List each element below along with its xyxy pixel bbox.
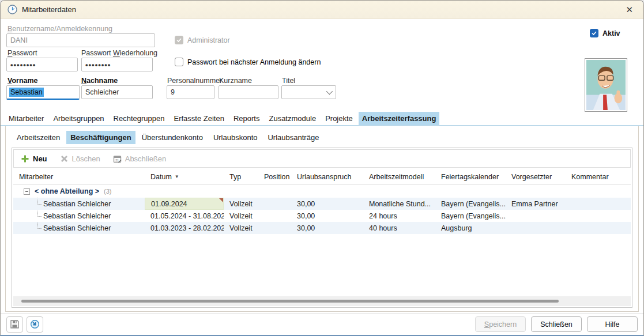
toolbar: Neu Löschen 31 Abschließen xyxy=(13,149,631,168)
help-button[interactable]: Hilfe xyxy=(587,316,638,332)
col-feiertagskalender[interactable]: Feiertagskalender xyxy=(435,173,506,181)
col-position[interactable]: Position xyxy=(258,173,291,181)
password-input[interactable] xyxy=(6,58,78,71)
lastname-label: Nachname xyxy=(81,77,118,85)
save-button[interactable]: Speichern xyxy=(475,316,526,332)
new-button[interactable]: Neu xyxy=(21,154,47,163)
col-typ[interactable]: Typ xyxy=(224,173,258,181)
subtab-beschaeftigungen[interactable]: Beschäftigungen xyxy=(66,131,135,144)
save-file-button[interactable] xyxy=(6,316,23,333)
active-checkbox[interactable]: Aktiv xyxy=(590,29,620,37)
table-row[interactable]: Sebastian Schleicher 01.09.2024 Vollzeit… xyxy=(13,198,631,210)
shortname-label: Kurzname xyxy=(219,77,252,85)
employee-photo xyxy=(585,58,627,112)
delete-button[interactable]: Löschen xyxy=(60,154,100,163)
employments-table: Mitarbeiter Datum ▼ Typ Position Urlaubs… xyxy=(13,169,631,234)
close-button[interactable]: Schließen xyxy=(531,316,582,332)
scrollbar-thumb[interactable] xyxy=(21,300,559,303)
table-header-row: Mitarbeiter Datum ▼ Typ Position Urlaubs… xyxy=(13,169,631,185)
col-arbeitszeitmodell[interactable]: Arbeitszeitmodell xyxy=(363,173,435,181)
subtab-urlaubsantraege[interactable]: Urlaubsanträge xyxy=(263,131,323,144)
active-label: Aktiv xyxy=(602,29,620,37)
sort-desc-icon: ▼ xyxy=(175,174,179,179)
tab-arbeitszeiterfassung[interactable]: Arbeitszeiterfassung xyxy=(359,112,440,125)
col-urlaubsanspruch[interactable]: Urlaubsanspruch xyxy=(291,173,363,181)
employee-data-dialog: Mitarbeiterdaten ✕ Benutzername/Anmeldek… xyxy=(0,0,644,336)
window-title: Mitarbeiterdaten xyxy=(22,5,76,14)
administrator-label: Administrator xyxy=(187,36,230,44)
administrator-checkbox[interactable]: Administrator xyxy=(175,36,230,44)
subtab-arbeitszeiten[interactable]: Arbeitszeiten xyxy=(13,131,64,144)
tab-projekte[interactable]: Projekte xyxy=(322,112,356,125)
main-tab-strip: Mitarbeiter Arbeitsgruppen Rechtegruppen… xyxy=(5,111,639,125)
username-input[interactable] xyxy=(6,33,155,47)
title-label: Titel xyxy=(282,77,295,85)
close-icon[interactable]: ✕ xyxy=(622,3,637,16)
import-button[interactable] xyxy=(27,316,43,333)
svg-text:31: 31 xyxy=(115,158,119,161)
calendar-icon: 31 xyxy=(113,154,122,163)
password-repeat-input[interactable] xyxy=(81,58,153,71)
clock-icon xyxy=(7,5,17,14)
firstname-input[interactable]: Sebastian xyxy=(6,85,80,100)
cell-flag-icon xyxy=(219,198,223,202)
lastname-input[interactable] xyxy=(81,85,153,99)
password-repeat-label: Passwort Wiederholung xyxy=(81,49,157,57)
beschaeftigungen-panel: Neu Löschen 31 Abschließen xyxy=(12,148,632,308)
arbeitszeiterfassung-page: Arbeitszeiten Beschäftigungen Überstunde… xyxy=(5,126,639,312)
username-label: Benutzername/Anmeldekennung xyxy=(7,25,112,33)
collapse-icon[interactable] xyxy=(24,188,30,195)
checkbox-checked-icon xyxy=(590,29,598,37)
sub-tab-strip: Arbeitszeiten Beschäftigungen Überstunde… xyxy=(13,131,323,144)
employee-form: Benutzername/Anmeldekennung Administrato… xyxy=(1,20,643,109)
x-icon xyxy=(60,154,69,163)
personnel-number-label: Personalnummer xyxy=(167,77,222,85)
personnel-number-input[interactable] xyxy=(167,85,214,99)
password-change-checkbox[interactable]: Passwort bei nächster Anmeldung ändern xyxy=(175,58,321,66)
subtab-ueberstundenkonto[interactable]: Überstundenkonto xyxy=(138,131,207,144)
password-label: Passwort xyxy=(7,49,37,57)
subtab-urlaubskonto[interactable]: Urlaubskonto xyxy=(209,131,262,144)
title-bar: Mitarbeiterdaten ✕ xyxy=(1,1,643,19)
col-kommentar[interactable]: Kommentar xyxy=(566,173,631,181)
col-mitarbeiter[interactable]: Mitarbeiter xyxy=(13,173,145,181)
tab-rechtegruppen[interactable]: Rechtegruppen xyxy=(110,112,168,125)
group-row[interactable]: < ohne Abteilung > (3) xyxy=(13,185,631,198)
tab-reports[interactable]: Reports xyxy=(230,112,263,125)
group-label: < ohne Abteilung > xyxy=(35,187,99,195)
col-datum[interactable]: Datum ▼ xyxy=(145,173,224,181)
circle-arrow-icon xyxy=(30,319,40,329)
checkbox-unchecked-icon xyxy=(175,58,183,66)
checkbox-checked-disabled-icon xyxy=(175,36,183,44)
selected-text: Sebastian xyxy=(9,88,44,97)
floppy-icon xyxy=(10,319,20,329)
date-cell-highlighted[interactable]: 01.09.2024 xyxy=(145,198,224,210)
horizontal-scrollbar[interactable] xyxy=(13,296,631,306)
col-vorgesetzter[interactable]: Vorgesetzter xyxy=(506,173,566,181)
firstname-label: Vorname xyxy=(7,77,38,85)
table-row[interactable]: Sebastian Schleicher 01.05.2024 - 31.08.… xyxy=(13,210,631,222)
tab-zusatzmodule[interactable]: Zusatzmodule xyxy=(265,112,319,125)
shortname-input[interactable] xyxy=(219,85,278,99)
table-row[interactable]: Sebastian Schleicher 01.03.2023 - 28.02.… xyxy=(13,222,631,234)
complete-button[interactable]: 31 Abschließen xyxy=(113,154,167,163)
chevron-down-icon xyxy=(326,88,333,95)
title-select[interactable] xyxy=(281,85,336,99)
tab-arbeitsgruppen[interactable]: Arbeitsgruppen xyxy=(50,112,107,125)
footer-bar: Speichern Schließen Hilfe xyxy=(1,313,643,335)
plus-icon xyxy=(21,154,29,163)
group-count: (3) xyxy=(104,188,111,195)
tab-mitarbeiter[interactable]: Mitarbeiter xyxy=(5,112,47,125)
password-change-label: Passwort bei nächster Anmeldung ändern xyxy=(187,58,321,66)
tab-erfasste-zeiten[interactable]: Erfasste Zeiten xyxy=(171,112,228,125)
